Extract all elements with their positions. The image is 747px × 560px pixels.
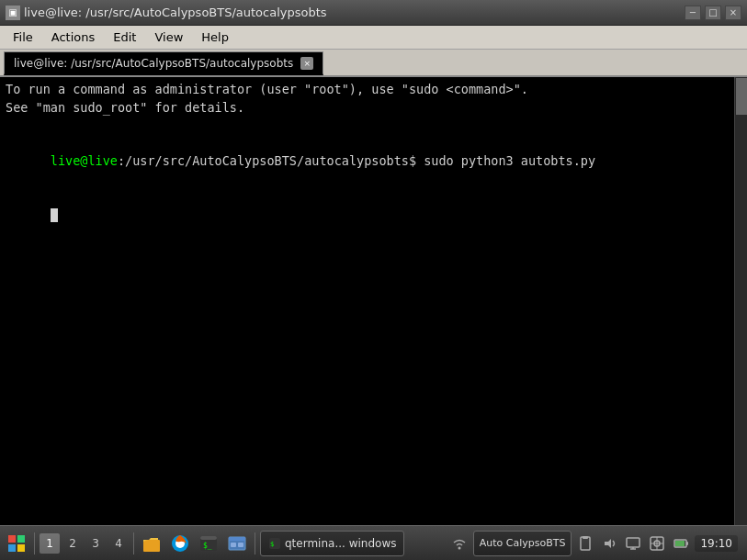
terminal-line-3 — [6, 117, 729, 135]
desktop-4[interactable]: 4 — [108, 533, 129, 554]
svg-rect-11 — [229, 537, 245, 541]
terminal-command: sudo python3 autobts.py — [416, 153, 595, 168]
sep-2 — [133, 532, 134, 554]
svg-rect-3 — [17, 544, 25, 552]
menu-edit[interactable]: Edit — [104, 28, 145, 46]
svg-text:$: $ — [270, 541, 274, 548]
clipboard-icon[interactable] — [575, 533, 595, 554]
svg-rect-1 — [17, 535, 25, 543]
clock-display: 19:10 — [695, 535, 738, 552]
prompt-path: :/usr/src/AutoCalypsoBTS/autocalypsobts — [118, 153, 409, 168]
tab-bar: live@live: /usr/src/AutoCalypsoBTS/autoc… — [0, 50, 747, 77]
svg-rect-8 — [200, 536, 217, 540]
qterminal-label: qtermina... windows — [285, 537, 396, 550]
wifi-icon[interactable] — [449, 533, 470, 554]
svg-rect-0 — [8, 535, 16, 543]
volume-icon[interactable] — [599, 533, 619, 554]
menu-bar: File Actions Edit View Help — [0, 26, 747, 50]
terminal-cursor-line — [6, 188, 729, 242]
scrollbar[interactable] — [734, 77, 747, 525]
window-title: live@live: /usr/src/AutoCalypsoBTS/autoc… — [24, 6, 327, 19]
scrollbar-thumb[interactable] — [736, 78, 747, 115]
taskbar-right: Auto CalypsoBTS — [449, 531, 743, 556]
svg-rect-20 — [627, 538, 639, 547]
title-bar-left: ▣ live@live: /usr/src/AutoCalypsoBTS/aut… — [6, 6, 327, 20]
desktop-1[interactable]: 1 — [40, 533, 60, 554]
svg-rect-18 — [583, 536, 588, 539]
prompt-user: live@live — [51, 153, 118, 168]
start-icon[interactable] — [4, 531, 29, 556]
window-controls: − □ × — [685, 6, 741, 20]
sep-1 — [34, 532, 35, 554]
battery-icon[interactable] — [671, 533, 691, 554]
qterminal-taskbar-item[interactable]: $ qtermina... windows — [260, 531, 404, 556]
svg-text:$_: $_ — [203, 542, 212, 550]
menu-view[interactable]: View — [145, 28, 192, 46]
maximize-button[interactable]: □ — [705, 6, 721, 20]
terminal-prompt-line: live@live:/usr/src/AutoCalypsoBTS/autoca… — [6, 135, 729, 189]
windows-icon[interactable] — [224, 531, 250, 556]
menu-help[interactable]: Help — [192, 28, 238, 46]
terminal-line-2: See "man sudo_root" for details. — [6, 99, 729, 118]
svg-rect-2 — [8, 544, 16, 552]
sep-3 — [255, 532, 255, 554]
wifi-label[interactable]: Auto CalypsoBTS — [473, 531, 572, 556]
svg-rect-17 — [581, 537, 590, 550]
app-icon: ▣ — [6, 6, 20, 20]
firefox-icon[interactable] — [167, 531, 193, 556]
terminal-quick-icon[interactable]: $_ — [196, 531, 221, 556]
terminal[interactable]: To run a command as administrator (user … — [0, 77, 734, 525]
tab-close-button[interactable]: × — [300, 57, 313, 70]
taskbar: 1 2 3 4 $_ $ — [0, 525, 747, 560]
svg-rect-12 — [231, 543, 236, 547]
tab-label: live@live: /usr/src/AutoCalypsoBTS/autoc… — [14, 57, 293, 70]
desktop-3[interactable]: 3 — [85, 533, 106, 554]
svg-point-16 — [458, 546, 460, 549]
minimize-button[interactable]: − — [685, 6, 701, 20]
svg-rect-4 — [143, 540, 160, 552]
tab-0[interactable]: live@live: /usr/src/AutoCalypsoBTS/autoc… — [4, 51, 323, 75]
close-button[interactable]: × — [725, 6, 741, 20]
terminal-line-1: To run a command as administrator (user … — [6, 81, 729, 99]
svg-rect-29 — [675, 541, 685, 546]
menu-file[interactable]: File — [4, 28, 42, 46]
svg-rect-13 — [238, 543, 243, 547]
svg-rect-28 — [686, 542, 688, 545]
network-icon[interactable] — [647, 533, 667, 554]
display-icon[interactable] — [623, 533, 643, 554]
svg-marker-19 — [605, 539, 611, 548]
title-bar: ▣ live@live: /usr/src/AutoCalypsoBTS/aut… — [0, 0, 747, 26]
file-manager-icon[interactable] — [139, 531, 164, 556]
desktop-2[interactable]: 2 — [62, 533, 83, 554]
terminal-wrapper: To run a command as administrator (user … — [0, 77, 747, 525]
terminal-cursor — [51, 208, 58, 222]
prompt-symbol: $ — [409, 153, 416, 168]
menu-actions[interactable]: Actions — [42, 28, 105, 46]
time-text: 19:10 — [700, 537, 732, 550]
